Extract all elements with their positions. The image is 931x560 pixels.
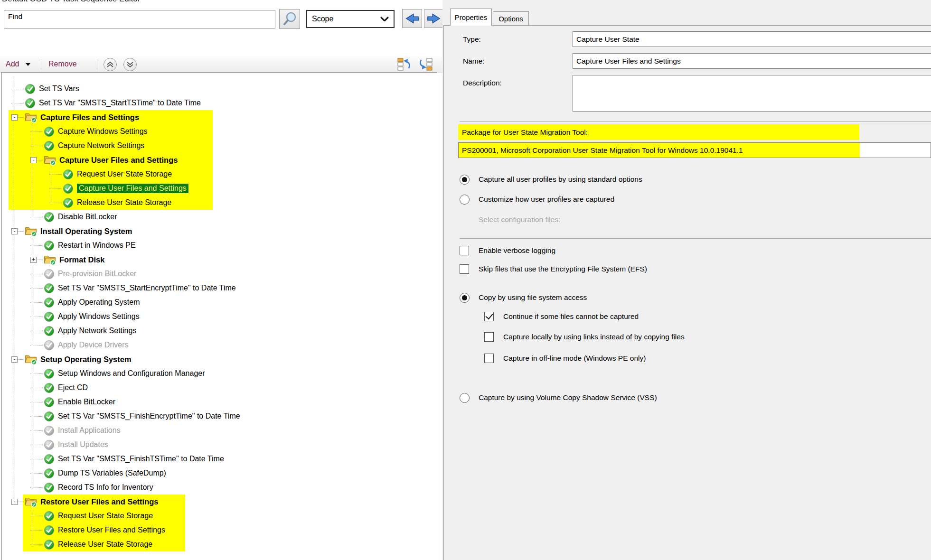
step-success-icon xyxy=(44,511,55,522)
search-button[interactable] xyxy=(279,9,300,29)
tree-item[interactable]: Install Applications xyxy=(2,423,437,438)
tab-properties[interactable]: Properties xyxy=(450,9,492,26)
tree-connector-stub xyxy=(30,544,43,545)
checkbox[interactable] xyxy=(484,312,494,321)
checkbox[interactable] xyxy=(460,264,469,274)
tree-connector-stub xyxy=(11,89,24,89)
expand-all-button[interactable] xyxy=(419,57,433,71)
tree-item[interactable]: Release User State Storage xyxy=(2,196,437,210)
chevron-double-down-icon xyxy=(126,61,134,68)
tree-item[interactable]: Request User State Storage xyxy=(2,167,437,181)
tree-item[interactable]: Capture Windows Settings xyxy=(2,124,437,139)
tree-item[interactable]: Record TS Info for Inventory xyxy=(2,480,437,495)
tree-item[interactable]: Set TS Var "SMSTS_StartTSTime" to Date T… xyxy=(2,96,437,110)
tree-connector-stub xyxy=(30,445,43,445)
option-row: Enable verbose logging xyxy=(442,243,917,258)
step-success-icon xyxy=(44,297,55,308)
option-label: Enable verbose logging xyxy=(479,246,555,255)
find-next-button[interactable] xyxy=(424,9,444,28)
tree-item-label: Setup Operating System xyxy=(40,355,132,364)
description-field[interactable] xyxy=(573,75,931,112)
tree-expander-toggle[interactable]: - xyxy=(11,356,18,363)
package-field[interactable]: PS200001, Microsoft Corporation User Sta… xyxy=(458,142,931,158)
tree-item[interactable]: -Capture User Files and Settings xyxy=(2,153,437,167)
step-disabled-icon xyxy=(44,269,55,280)
tree-item[interactable]: Pre-provision BitLocker xyxy=(2,267,437,281)
tree-item[interactable]: Set TS Vars xyxy=(2,82,437,96)
find-input[interactable]: Find xyxy=(4,10,275,28)
step-success-icon xyxy=(44,383,55,393)
checkbox[interactable] xyxy=(460,246,469,255)
option-label: Capture locally by using links instead o… xyxy=(503,333,685,341)
tree-item[interactable]: Release User State Storage xyxy=(2,537,437,551)
package-value: PS200001, Microsoft Corporation User Sta… xyxy=(462,143,743,158)
tree-item[interactable]: Dump TS Variables (SafeDump) xyxy=(2,466,437,480)
add-button[interactable]: Add xyxy=(6,56,19,72)
step-success-icon xyxy=(44,454,55,465)
tree-item[interactable]: Set TS Var "SMSTS_StartEncryptTime" to D… xyxy=(2,281,437,295)
tree-item[interactable]: Restore User Files and Settings xyxy=(2,523,437,537)
option-row: Capture by using Volume Copy Shadow Serv… xyxy=(442,391,917,405)
radio-button[interactable] xyxy=(460,293,470,303)
tree-item[interactable]: Disable BitLocker xyxy=(2,210,437,224)
option-row: Copy by using file system access xyxy=(442,290,917,305)
tree-connector-stub xyxy=(37,160,43,160)
tree-toolbar: Add Remove xyxy=(0,56,442,73)
tree-expander-toggle[interactable]: + xyxy=(30,257,37,263)
tab-options[interactable]: Options xyxy=(493,11,529,26)
tree-item-label: Request User State Storage xyxy=(58,512,153,520)
tree-item[interactable]: Apply Network Settings xyxy=(2,324,437,338)
tree-item[interactable]: -Install Operating System xyxy=(2,224,437,238)
tree-item[interactable]: Request User State Storage xyxy=(2,509,437,523)
tree-item[interactable]: -Capture Files and Settings xyxy=(2,110,437,124)
tree-connector-stub xyxy=(30,345,43,345)
radio-button[interactable] xyxy=(460,393,470,403)
checkbox[interactable] xyxy=(484,332,494,342)
move-step-up-button[interactable] xyxy=(103,58,117,71)
tree-item[interactable]: Restart in Windows PE xyxy=(2,238,437,252)
expand-tree-icon xyxy=(419,57,433,71)
tree-item[interactable]: Set TS Var "SMSTS_FinishEncryptTime" to … xyxy=(2,409,437,423)
tree-connector-stub xyxy=(30,530,43,531)
tree-item[interactable]: Capture Network Settings xyxy=(2,139,437,153)
radio-button[interactable] xyxy=(460,195,470,205)
tree-item[interactable]: -Restore User Files and Settings xyxy=(2,495,437,509)
radio-button[interactable] xyxy=(460,175,470,185)
step-success-icon xyxy=(44,368,55,379)
tree-item[interactable]: Setup Windows and Configuration Manager xyxy=(2,366,437,381)
tree-connector-stub xyxy=(30,373,43,374)
tree-expander-toggle[interactable]: - xyxy=(11,228,18,234)
remove-button[interactable]: Remove xyxy=(48,56,77,72)
tree-item[interactable]: Apply Device Drivers xyxy=(2,338,437,352)
scope-dropdown[interactable]: Scope xyxy=(306,10,395,28)
tree-item[interactable]: Apply Windows Settings xyxy=(2,309,437,324)
tree-item-label: Restore User Files and Settings xyxy=(40,497,159,506)
tree-expander-toggle[interactable]: - xyxy=(11,114,18,121)
tree-item[interactable]: Install Updates xyxy=(2,438,437,452)
tree-item[interactable]: Eject CD xyxy=(2,381,437,395)
checkbox[interactable] xyxy=(484,354,494,363)
tree-expander-toggle[interactable]: - xyxy=(30,157,37,163)
option-row: Capture all user profiles by using stand… xyxy=(442,172,917,187)
move-step-down-button[interactable] xyxy=(123,58,137,71)
tree-connector-stub xyxy=(49,203,62,203)
add-dropdown-caret-icon[interactable] xyxy=(26,63,30,66)
tree-item-label: Capture Windows Settings xyxy=(58,127,148,136)
name-field[interactable]: Capture User Files and Settings xyxy=(573,53,931,69)
tree-item[interactable]: +Format Disk xyxy=(2,252,437,267)
tree-item[interactable]: -Setup Operating System xyxy=(2,352,437,366)
tree-item[interactable]: Capture User Files and Settings xyxy=(2,181,437,196)
tree-item[interactable]: Enable BitLocker xyxy=(2,395,437,409)
option-label: Capture in off-line mode (Windows PE onl… xyxy=(503,354,646,363)
collapse-all-button[interactable] xyxy=(397,57,411,71)
tree-item[interactable]: Set TS Var "SMSTS_FinishTSTime" to Date … xyxy=(2,452,437,466)
tree-item-label: Request User State Storage xyxy=(77,170,172,178)
tree-connector-stub xyxy=(30,302,43,303)
step-success-icon xyxy=(25,84,36,94)
tree-item-label: Set TS Var "SMSTS_FinishTSTime" to Date … xyxy=(58,455,224,463)
tree-item[interactable]: Apply Operating System xyxy=(2,295,437,309)
tree-item-label: Capture Network Settings xyxy=(58,141,144,150)
find-previous-button[interactable] xyxy=(402,9,422,28)
tree-expander-toggle[interactable]: - xyxy=(11,499,18,505)
tree-connector-stub xyxy=(30,217,43,217)
